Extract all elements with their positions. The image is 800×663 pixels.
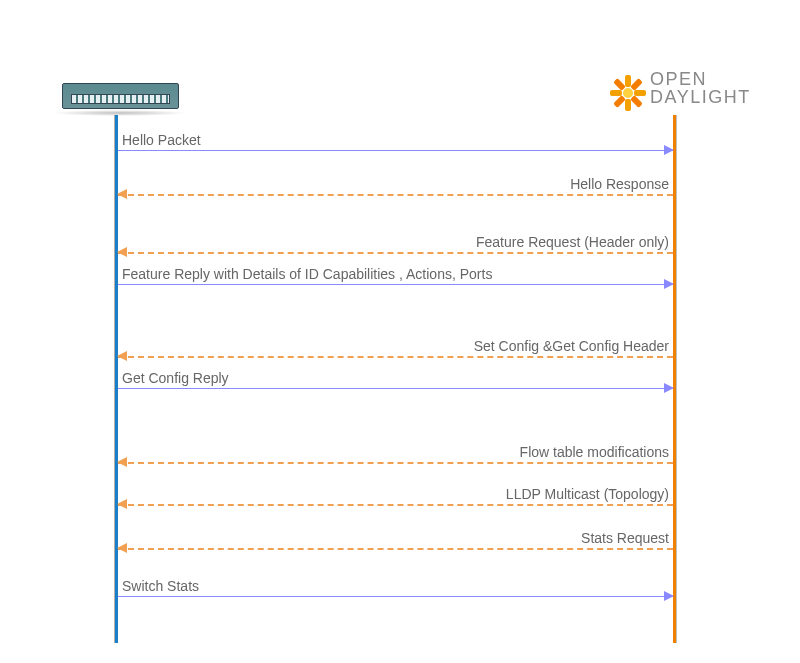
msg-label: Feature Request (Header only) — [476, 234, 669, 250]
arrow-left-icon — [117, 247, 127, 257]
switch-shadow — [52, 110, 187, 116]
logo-line-1: OPEN — [650, 70, 751, 88]
msg-line — [118, 548, 673, 550]
msg-line — [118, 150, 673, 151]
msg-line — [118, 388, 673, 389]
svg-rect-7 — [630, 95, 643, 108]
arrow-left-icon — [117, 499, 127, 509]
msg-flow-table-mod: Flow table modifications — [118, 448, 673, 466]
arrow-right-icon — [664, 383, 674, 393]
arrow-right-icon — [664, 591, 674, 601]
msg-switch-stats: Switch Stats — [118, 582, 673, 600]
logo-line-2: DAYLIGHT — [650, 88, 751, 106]
msg-lldp-multicast: LLDP Multicast (Topology) — [118, 490, 673, 508]
msg-set-get-config: Set Config &Get Config Header — [118, 342, 673, 360]
msg-line — [118, 252, 673, 254]
svg-rect-6 — [613, 78, 626, 91]
arrow-left-icon — [117, 351, 127, 361]
svg-rect-0 — [625, 75, 631, 87]
svg-point-8 — [623, 88, 633, 98]
msg-line — [118, 462, 673, 464]
arrow-left-icon — [117, 457, 127, 467]
arrow-left-icon — [117, 189, 127, 199]
opendaylight-wordmark: OPEN DAYLIGHT — [650, 70, 751, 106]
arrow-right-icon — [664, 145, 674, 155]
msg-label: Flow table modifications — [520, 444, 669, 460]
svg-rect-2 — [610, 90, 622, 96]
msg-label: Get Config Reply — [122, 370, 229, 386]
opendaylight-logo: OPEN DAYLIGHT — [608, 68, 768, 118]
msg-hello-packet: Hello Packet — [118, 136, 673, 154]
arrow-left-icon — [117, 543, 127, 553]
svg-rect-4 — [630, 78, 643, 91]
msg-label: Hello Response — [570, 176, 669, 192]
msg-feature-reply: Feature Reply with Details of ID Capabil… — [118, 270, 673, 288]
arrow-right-icon — [664, 279, 674, 289]
msg-label: LLDP Multicast (Topology) — [506, 486, 669, 502]
msg-label: Hello Packet — [122, 132, 201, 148]
msg-line — [118, 194, 673, 196]
msg-line — [118, 504, 673, 506]
svg-rect-5 — [613, 95, 626, 108]
switch-device-icon — [62, 83, 179, 109]
opendaylight-sun-icon — [608, 73, 648, 113]
msg-label: Set Config &Get Config Header — [474, 338, 669, 354]
msg-feature-request: Feature Request (Header only) — [118, 238, 673, 256]
msg-line — [118, 596, 673, 597]
msg-label: Switch Stats — [122, 578, 199, 594]
msg-label: Stats Request — [581, 530, 669, 546]
svg-rect-3 — [634, 90, 646, 96]
msg-label: Feature Reply with Details of ID Capabil… — [122, 266, 492, 282]
sequence-diagram: OPEN DAYLIGHT Hello PacketHello Response… — [0, 0, 800, 663]
msg-hello-response: Hello Response — [118, 180, 673, 198]
msg-line — [118, 284, 673, 285]
opendaylight-lifeline — [673, 115, 677, 643]
msg-get-config-reply: Get Config Reply — [118, 374, 673, 392]
msg-line — [118, 356, 673, 358]
svg-rect-1 — [625, 99, 631, 111]
msg-stats-request: Stats Request — [118, 534, 673, 552]
